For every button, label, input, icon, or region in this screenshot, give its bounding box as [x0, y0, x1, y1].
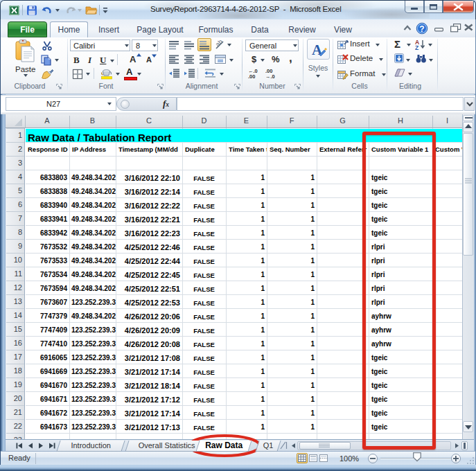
- svg-text:ab: ab: [214, 38, 224, 48]
- svg-text:→.0: →.0: [265, 73, 275, 80]
- svg-text:?: ?: [419, 24, 424, 34]
- svg-text:.00: .00: [248, 73, 255, 80]
- svg-text:Z: Z: [415, 44, 418, 51]
